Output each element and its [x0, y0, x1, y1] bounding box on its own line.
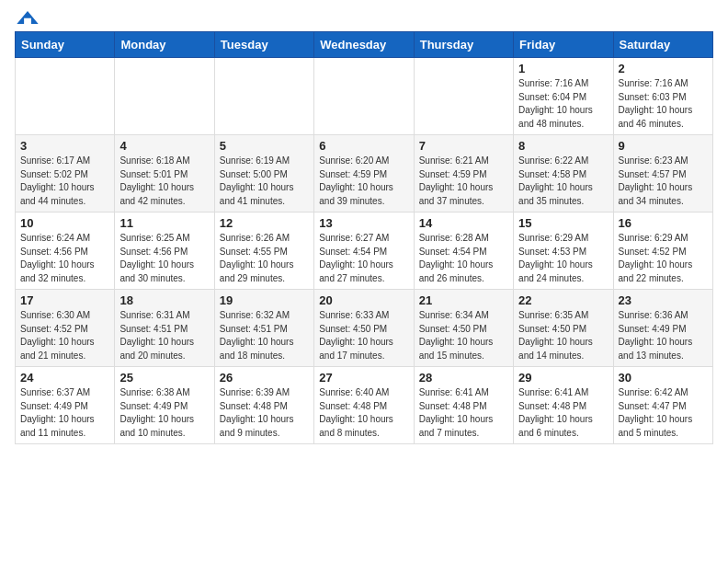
calendar-cell: 29Sunrise: 6:41 AM Sunset: 4:48 PM Dayli… [514, 367, 613, 444]
calendar-cell: 2Sunrise: 7:16 AM Sunset: 6:03 PM Daylig… [613, 58, 712, 135]
calendar-cell: 1Sunrise: 7:16 AM Sunset: 6:04 PM Daylig… [514, 58, 613, 135]
logo-icon [17, 11, 39, 24]
calendar-header-row: SundayMondayTuesdayWednesdayThursdayFrid… [16, 32, 713, 58]
calendar-cell: 24Sunrise: 6:37 AM Sunset: 4:49 PM Dayli… [16, 367, 115, 444]
calendar-cell: 3Sunrise: 6:17 AM Sunset: 5:02 PM Daylig… [16, 135, 115, 213]
day-info: Sunrise: 6:38 AM Sunset: 4:49 PM Dayligh… [119, 386, 209, 440]
day-number: 16 [619, 216, 708, 230]
day-info: Sunrise: 6:30 AM Sunset: 4:52 PM Dayligh… [20, 309, 109, 362]
calendar-cell: 5Sunrise: 6:19 AM Sunset: 5:00 PM Daylig… [214, 135, 313, 213]
day-number: 30 [619, 371, 708, 385]
day-info: Sunrise: 7:16 AM Sunset: 6:04 PM Dayligh… [518, 77, 608, 131]
day-number: 6 [319, 139, 408, 153]
header-wednesday: Wednesday [314, 32, 414, 58]
day-number: 14 [419, 216, 508, 230]
header-sunday: Sunday [16, 32, 115, 58]
day-number: 27 [319, 371, 408, 385]
calendar-cell: 13Sunrise: 6:27 AM Sunset: 4:54 PM Dayli… [314, 213, 414, 290]
day-info: Sunrise: 6:26 AM Sunset: 4:55 PM Dayligh… [220, 232, 309, 285]
day-info: Sunrise: 6:18 AM Sunset: 5:01 PM Dayligh… [119, 155, 209, 208]
day-number: 24 [20, 371, 109, 385]
header [15, 15, 713, 24]
day-info: Sunrise: 6:21 AM Sunset: 4:59 PM Dayligh… [419, 155, 508, 208]
calendar-cell [314, 58, 414, 135]
calendar-cell [214, 58, 313, 135]
day-info: Sunrise: 6:40 AM Sunset: 4:48 PM Dayligh… [319, 386, 408, 440]
day-info: Sunrise: 6:17 AM Sunset: 5:02 PM Dayligh… [20, 155, 109, 208]
header-monday: Monday [115, 32, 214, 58]
calendar-week-4: 17Sunrise: 6:30 AM Sunset: 4:52 PM Dayli… [16, 290, 713, 367]
calendar-cell: 27Sunrise: 6:40 AM Sunset: 4:48 PM Dayli… [314, 367, 414, 444]
header-tuesday: Tuesday [214, 32, 313, 58]
day-number: 17 [20, 293, 109, 307]
day-number: 21 [419, 293, 508, 307]
day-info: Sunrise: 7:16 AM Sunset: 6:03 PM Dayligh… [619, 77, 708, 131]
header-saturday: Saturday [613, 32, 712, 58]
day-info: Sunrise: 6:39 AM Sunset: 4:48 PM Dayligh… [220, 386, 309, 440]
day-number: 19 [220, 293, 309, 307]
day-number: 18 [119, 293, 209, 307]
calendar-cell: 20Sunrise: 6:33 AM Sunset: 4:50 PM Dayli… [314, 290, 414, 367]
calendar-week-1: 1Sunrise: 7:16 AM Sunset: 6:04 PM Daylig… [16, 58, 713, 135]
day-number: 15 [518, 216, 608, 230]
day-number: 8 [518, 139, 608, 153]
calendar-cell: 30Sunrise: 6:42 AM Sunset: 4:47 PM Dayli… [613, 367, 712, 444]
calendar-cell: 28Sunrise: 6:41 AM Sunset: 4:48 PM Dayli… [414, 367, 513, 444]
day-number: 11 [119, 216, 209, 230]
day-number: 20 [319, 293, 408, 307]
day-number: 9 [619, 139, 708, 153]
calendar-cell: 14Sunrise: 6:28 AM Sunset: 4:54 PM Dayli… [414, 213, 513, 290]
day-info: Sunrise: 6:33 AM Sunset: 4:50 PM Dayligh… [319, 309, 408, 362]
calendar-cell: 6Sunrise: 6:20 AM Sunset: 4:59 PM Daylig… [314, 135, 414, 213]
day-number: 4 [119, 139, 209, 153]
day-number: 22 [518, 293, 608, 307]
calendar-week-3: 10Sunrise: 6:24 AM Sunset: 4:56 PM Dayli… [16, 213, 713, 290]
day-info: Sunrise: 6:29 AM Sunset: 4:53 PM Dayligh… [518, 232, 608, 285]
day-info: Sunrise: 6:19 AM Sunset: 5:00 PM Dayligh… [220, 155, 309, 208]
calendar-cell: 18Sunrise: 6:31 AM Sunset: 4:51 PM Dayli… [115, 290, 214, 367]
calendar-week-2: 3Sunrise: 6:17 AM Sunset: 5:02 PM Daylig… [16, 135, 713, 213]
day-info: Sunrise: 6:20 AM Sunset: 4:59 PM Dayligh… [319, 155, 408, 208]
calendar-week-5: 24Sunrise: 6:37 AM Sunset: 4:49 PM Dayli… [16, 367, 713, 444]
calendar-cell: 7Sunrise: 6:21 AM Sunset: 4:59 PM Daylig… [414, 135, 513, 213]
day-info: Sunrise: 6:31 AM Sunset: 4:51 PM Dayligh… [119, 309, 209, 362]
header-thursday: Thursday [414, 32, 513, 58]
day-info: Sunrise: 6:27 AM Sunset: 4:54 PM Dayligh… [319, 232, 408, 285]
day-info: Sunrise: 6:35 AM Sunset: 4:50 PM Dayligh… [518, 309, 608, 362]
day-number: 3 [20, 139, 109, 153]
day-number: 29 [518, 371, 608, 385]
calendar-cell: 15Sunrise: 6:29 AM Sunset: 4:53 PM Dayli… [514, 213, 613, 290]
day-info: Sunrise: 6:28 AM Sunset: 4:54 PM Dayligh… [419, 232, 508, 285]
calendar-cell: 17Sunrise: 6:30 AM Sunset: 4:52 PM Dayli… [16, 290, 115, 367]
day-info: Sunrise: 6:32 AM Sunset: 4:51 PM Dayligh… [220, 309, 309, 362]
calendar-cell: 19Sunrise: 6:32 AM Sunset: 4:51 PM Dayli… [214, 290, 313, 367]
calendar-cell [414, 58, 513, 135]
calendar-cell [115, 58, 214, 135]
calendar-cell: 21Sunrise: 6:34 AM Sunset: 4:50 PM Dayli… [414, 290, 513, 367]
day-number: 12 [220, 216, 309, 230]
day-number: 1 [518, 62, 608, 75]
day-number: 10 [20, 216, 109, 230]
calendar-cell [16, 58, 115, 135]
day-info: Sunrise: 6:24 AM Sunset: 4:56 PM Dayligh… [20, 232, 109, 285]
calendar-cell: 26Sunrise: 6:39 AM Sunset: 4:48 PM Dayli… [214, 367, 313, 444]
calendar-cell: 10Sunrise: 6:24 AM Sunset: 4:56 PM Dayli… [16, 213, 115, 290]
day-info: Sunrise: 6:41 AM Sunset: 4:48 PM Dayligh… [419, 386, 508, 440]
calendar-cell: 12Sunrise: 6:26 AM Sunset: 4:55 PM Dayli… [214, 213, 313, 290]
day-info: Sunrise: 6:23 AM Sunset: 4:57 PM Dayligh… [619, 155, 708, 208]
calendar-cell: 9Sunrise: 6:23 AM Sunset: 4:57 PM Daylig… [613, 135, 712, 213]
day-info: Sunrise: 6:42 AM Sunset: 4:47 PM Dayligh… [619, 386, 708, 440]
day-info: Sunrise: 6:34 AM Sunset: 4:50 PM Dayligh… [419, 309, 508, 362]
calendar-cell: 22Sunrise: 6:35 AM Sunset: 4:50 PM Dayli… [514, 290, 613, 367]
day-number: 23 [619, 293, 708, 307]
calendar-cell: 23Sunrise: 6:36 AM Sunset: 4:49 PM Dayli… [613, 290, 712, 367]
day-number: 5 [220, 139, 309, 153]
day-info: Sunrise: 6:29 AM Sunset: 4:52 PM Dayligh… [619, 232, 708, 285]
day-number: 28 [419, 371, 508, 385]
calendar-cell: 4Sunrise: 6:18 AM Sunset: 5:01 PM Daylig… [115, 135, 214, 213]
logo [15, 15, 39, 24]
calendar: SundayMondayTuesdayWednesdayThursdayFrid… [15, 31, 713, 444]
day-number: 7 [419, 139, 508, 153]
calendar-cell: 16Sunrise: 6:29 AM Sunset: 4:52 PM Dayli… [613, 213, 712, 290]
day-info: Sunrise: 6:25 AM Sunset: 4:56 PM Dayligh… [119, 232, 209, 285]
